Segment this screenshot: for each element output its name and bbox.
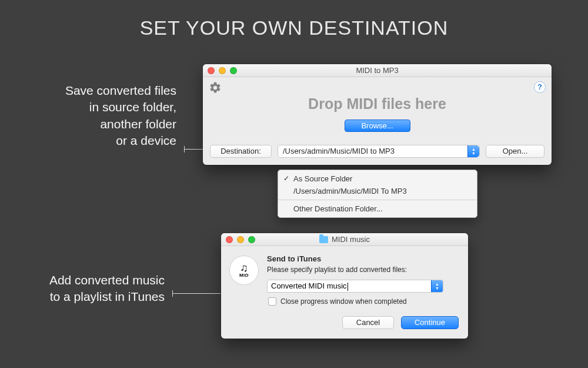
folder-icon (319, 236, 328, 243)
open-button[interactable]: Open... (486, 145, 544, 158)
close-on-complete-row[interactable]: Close progress window when completed (268, 297, 459, 306)
traffic-lights (226, 236, 255, 243)
text-cursor (348, 283, 348, 291)
titlebar: MIDI music (221, 233, 468, 246)
gear-icon[interactable] (209, 81, 222, 94)
minimize-icon[interactable] (237, 236, 244, 243)
minimize-icon[interactable] (219, 67, 226, 74)
menu-separator (278, 200, 477, 200)
caption-itunes: Add converted music to a playlist in iTu… (41, 272, 165, 306)
checkbox-label: Close progress window when completed (280, 297, 407, 306)
lead-line (172, 293, 220, 294)
send-to-itunes-dialog: MIDI music ♫ MID Send to iTunes Please s… (221, 233, 468, 339)
browse-button[interactable]: Browse... (345, 120, 410, 132)
close-icon[interactable] (226, 236, 233, 243)
help-icon[interactable]: ? (534, 81, 546, 93)
drop-zone-label: Drop MIDI files here (203, 95, 552, 112)
playlist-value: Converted MIDI music (271, 281, 347, 290)
destination-button[interactable]: Destination: (210, 145, 272, 158)
window-title: MIDI to MP3 (356, 66, 398, 75)
destination-menu: As Source Folder /Users/admin/Music/MIDI… (278, 170, 477, 218)
destination-row: Destination: /Users/admin/Music/MIDI to … (210, 145, 544, 158)
cancel-button[interactable]: Cancel (342, 316, 394, 329)
caption-destination: Save converted files in source folder, a… (59, 82, 176, 149)
menu-item-as-source[interactable]: As Source Folder (278, 173, 477, 185)
main-window: MIDI to MP3 ? Drop MIDI files here Brows… (203, 64, 552, 165)
close-icon[interactable] (208, 67, 215, 74)
menu-item-other-folder[interactable]: Other Destination Folder... (278, 203, 477, 215)
menu-item-path[interactable]: /Users/admin/Music/MIDI To MP3 (278, 185, 477, 197)
midi-file-icon: ♫ MID (229, 256, 259, 285)
traffic-lights (208, 67, 237, 74)
destination-combo[interactable]: /Users/admin/Music/MIDI to MP3 ▲▼ (278, 145, 480, 158)
playlist-combo[interactable]: Converted MIDI music ▲▼ (267, 280, 443, 293)
maximize-icon[interactable] (230, 67, 237, 74)
checkbox-icon[interactable] (268, 297, 276, 306)
dialog-heading: Send to iTunes (267, 254, 459, 263)
titlebar: MIDI to MP3 (203, 64, 552, 77)
chevron-updown-icon[interactable]: ▲▼ (431, 280, 443, 292)
destination-value: /Users/admin/Music/MIDI to MP3 (283, 147, 395, 155)
lead-line (184, 149, 203, 150)
chevron-updown-icon[interactable]: ▲▼ (467, 145, 479, 157)
maximize-icon[interactable] (248, 236, 255, 243)
continue-button[interactable]: Continue (401, 316, 459, 329)
window-title: MIDI music (332, 233, 370, 246)
dialog-subtext: Please specify playlist to add converted… (267, 266, 459, 274)
page-title: SET YOUR OWN DESTINATION (0, 0, 588, 39)
